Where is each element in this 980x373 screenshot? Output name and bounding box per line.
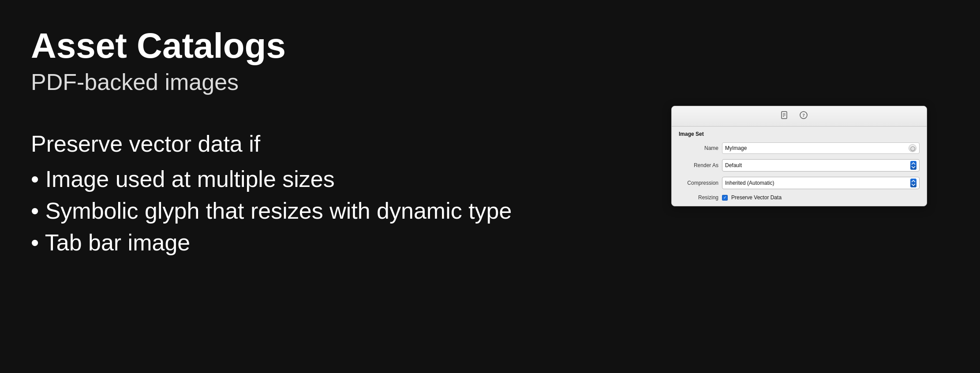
render-select[interactable]: Default [722, 159, 920, 172]
name-input[interactable]: MyImage ◯ [722, 142, 920, 154]
page-title: Asset Catalogs [31, 26, 949, 65]
name-value: MyImage [725, 145, 747, 151]
resizing-label: Resizing [679, 194, 718, 201]
svg-text:?: ? [802, 112, 805, 118]
name-row: Name MyImage ◯ [672, 140, 927, 157]
panel-toolbar: ? [672, 106, 927, 127]
list-item: Tab bar image [31, 229, 949, 256]
preserve-vector-checkbox[interactable] [722, 195, 728, 201]
name-label: Name [679, 145, 718, 151]
render-value: Default [725, 162, 742, 168]
inspector-panel: ? Image Set Name MyImage ◯ [671, 106, 927, 206]
compression-label: Compression [679, 180, 718, 186]
document-icon[interactable] [780, 111, 789, 122]
name-stepper-icon[interactable]: ◯ [909, 144, 916, 152]
compression-value: Inherited (Automatic) [725, 180, 774, 186]
render-as-row: Render As Default [672, 157, 927, 174]
panel-body: Image Set Name MyImage ◯ Render As Defau… [672, 127, 927, 206]
compression-stepper-icon [910, 179, 916, 187]
panel: ? Image Set Name MyImage ◯ [671, 106, 927, 206]
compression-row: Compression Inherited (Automatic) [672, 174, 927, 192]
render-label: Render As [679, 162, 718, 168]
render-stepper-icon [910, 161, 916, 170]
help-icon[interactable]: ? [799, 111, 808, 122]
resizing-row: Resizing Preserve Vector Data [672, 192, 927, 206]
preserve-vector-label: Preserve Vector Data [731, 194, 782, 201]
section-title: Image Set [672, 127, 927, 140]
compression-select[interactable]: Inherited (Automatic) [722, 177, 920, 189]
main-content: Asset Catalogs PDF-backed images Preserv… [0, 0, 980, 373]
page-subtitle: PDF-backed images [31, 69, 949, 95]
